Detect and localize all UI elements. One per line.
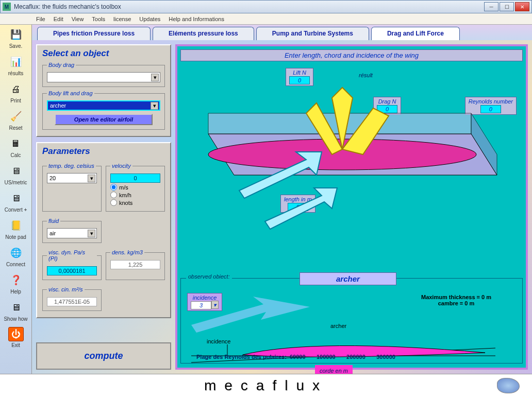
menu-view[interactable]: View [72, 16, 84, 22]
calc-icon: 🖩 [7, 136, 25, 151]
help-icon: ❓ [7, 272, 25, 288]
print-icon: 🖨 [7, 81, 25, 97]
tab-pump-turbine[interactable]: Pump and Turbine Systems [256, 27, 369, 40]
visc-cin-value: 1,477551E-05 [47, 297, 97, 306]
unit-knots-radio[interactable] [110, 199, 117, 206]
velocity-input[interactable]: 0 [110, 174, 160, 183]
note pad-icon: 📒 [7, 218, 25, 233]
tool-us-metric[interactable]: 🖥US/metric [2, 163, 30, 185]
select-object-panel: Select an object Body drag ▾ Body lift a… [36, 44, 171, 137]
temp-combo[interactable]: 20 ▾ [47, 173, 97, 183]
connect-icon: 🌐 [7, 245, 25, 261]
unit-ms-radio[interactable] [110, 184, 117, 191]
tool-note-pad[interactable]: 📒Note pad [2, 218, 30, 240]
density-value: 1,225 [110, 260, 160, 269]
visc-dyn-fieldset: visc. dyn. Pa/s (PI) 0,0000181 [42, 249, 102, 280]
body-drag-combo[interactable]: ▾ [47, 72, 160, 82]
tab-pipes-friction[interactable]: Pipes friction Pressure loss [37, 27, 151, 40]
tool-connect[interactable]: 🌐Connect [2, 245, 30, 267]
body-drag-legend: Body drag [47, 62, 76, 68]
side-toolbar: 💾Save.📊résults🖨Print🧹Reset🖩Calc🖥US/metri… [0, 25, 32, 374]
svg-marker-9 [191, 297, 310, 333]
maximize-button[interactable]: ☐ [500, 2, 514, 11]
observed-object-area: observed obiect: archer incidence 3 ▾ Ma… [180, 278, 523, 364]
observed-object-label: observed obiect: [186, 273, 232, 280]
show how-icon: 🖥 [7, 300, 25, 315]
reynolds-range: Plage des Reynolds des polaires: 60000 1… [196, 354, 395, 360]
window-title: Mecaflux: the fluids mechanic's toolbox [14, 3, 484, 10]
body-drag-fieldset: Body drag ▾ [42, 62, 165, 87]
exit-icon: ⏻ [8, 327, 24, 341]
unit-kmh-radio[interactable] [110, 192, 117, 198]
tool-reset[interactable]: 🧹Reset [2, 109, 30, 131]
titlebar: M Mecaflux: the fluids mechanic's toolbo… [0, 0, 532, 13]
close-button[interactable]: ✕ [515, 2, 529, 11]
menu-license[interactable]: license [113, 16, 131, 22]
tab-drag-lift[interactable]: Drag and Lift Force [371, 27, 460, 40]
wing-3d-illustration [188, 77, 507, 237]
chevron-down-icon: ▾ [88, 230, 95, 237]
tool-exit[interactable]: ⏻Exit [2, 327, 30, 348]
menu-tools[interactable]: Tools [92, 16, 105, 22]
résults-icon: 📊 [7, 54, 25, 70]
velocity-fieldset: velocity 0 m/s km/h knots [106, 163, 165, 212]
footer-icon [497, 378, 520, 393]
fluid-combo[interactable]: air ▾ [47, 228, 97, 238]
fluid-fieldset: fluid air ▾ [42, 218, 102, 243]
chevron-down-icon: ▾ [151, 102, 158, 110]
tab-elements-pressure[interactable]: Eléments pressure loss [153, 27, 254, 40]
visualization-area: Enter length, chord and incidence of the… [175, 44, 528, 370]
select-object-title: Select an object [42, 48, 165, 59]
save.-icon: 💾 [7, 27, 25, 42]
open-editor-airfoil-button[interactable]: Open the editor airfoil [55, 114, 153, 125]
tool-show-how[interactable]: 🖥Show how [2, 300, 30, 322]
body-lift-combo[interactable]: archer ▾ [47, 100, 160, 111]
tool-convert-[interactable]: 🖥Convert + [2, 191, 30, 213]
tool-save-[interactable]: 💾Save. [2, 27, 30, 49]
menu-edit[interactable]: Edit [54, 16, 63, 22]
footer: mecaflux [0, 374, 532, 396]
compute-button[interactable]: compute [36, 342, 171, 370]
minimize-button[interactable]: ─ [484, 2, 498, 11]
visc-cin-fieldset: visc. cin. m²/s 1,477551E-05 [42, 286, 102, 311]
visc-dyn-value: 0,0000181 [47, 266, 97, 275]
menu-file[interactable]: File [36, 16, 45, 22]
density-fieldset: dens. kg/m3 1,225 [106, 249, 165, 280]
reset-icon: 🧹 [7, 109, 25, 124]
menu-help[interactable]: Help and Informations [169, 16, 224, 22]
viz-header: Enter length, chord and incidence of the… [180, 49, 523, 61]
convert +-icon: 🖥 [7, 191, 25, 206]
app-icon: M [3, 3, 11, 11]
body-lift-fieldset: Body lift and drag archer ▾ Open the edi… [42, 90, 165, 130]
tab-bar: Pipes friction Pressure loss Eléments pr… [32, 25, 532, 40]
tool-print[interactable]: 🖨Print [2, 81, 30, 103]
tool-help[interactable]: ❓Help [2, 272, 30, 295]
observed-object-name: archer [300, 272, 396, 285]
menu-updates[interactable]: Updates [139, 16, 160, 22]
footer-logo: mecaflux [204, 377, 328, 394]
us/metric-icon: 🖥 [7, 163, 25, 179]
menu-bar: File Edit View Tools license Updates Hel… [0, 13, 532, 25]
parameters-title: Parameters [42, 146, 165, 157]
parameters-panel: Parameters temp. deg. celsius 20 ▾ veloc… [36, 142, 171, 318]
temp-fieldset: temp. deg. celsius 20 ▾ [42, 163, 102, 212]
tool-r-sults[interactable]: 📊résults [2, 54, 30, 76]
chevron-down-icon: ▾ [88, 175, 95, 182]
tool-calc[interactable]: 🖩Calc [2, 136, 30, 158]
chevron-down-icon: ▾ [151, 74, 159, 81]
body-lift-legend: Body lift and drag [47, 90, 94, 96]
svg-marker-8 [265, 188, 337, 229]
